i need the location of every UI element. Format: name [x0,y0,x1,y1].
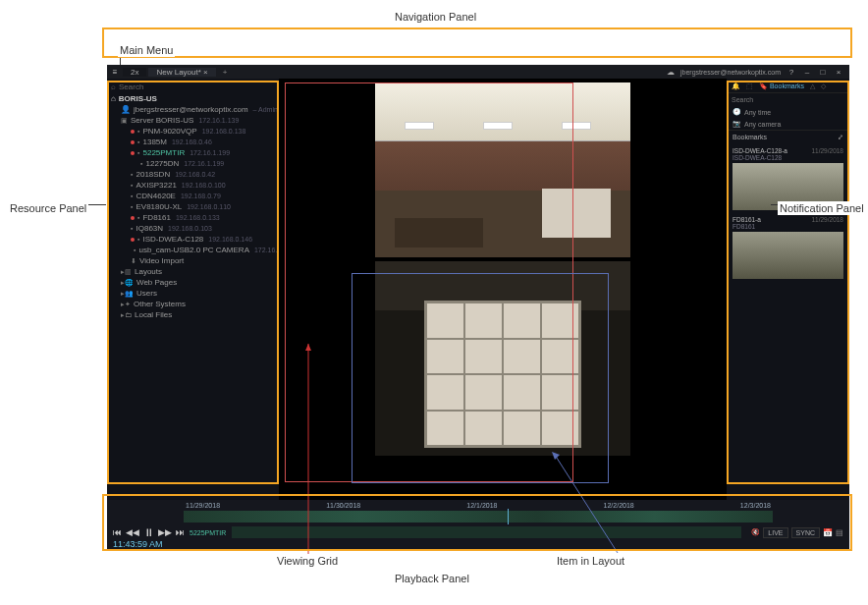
notif-tab-bell[interactable]: 🔔 [732,82,740,90]
notif-tab-events[interactable]: △ [810,82,815,90]
folder-icon: ▸🌐 [121,279,134,287]
svg-line-2 [555,455,618,553]
server-ip: 172.16.1.139 [198,117,239,124]
camera-node[interactable]: ▪FD8161192.168.0.133 [111,212,275,223]
camera-node[interactable]: ▪PNM-9020VQP192.168.0.138 [111,126,275,137]
folder-icon: ▸🗀 [121,311,132,319]
anno-box-nav [102,28,852,58]
folder-webpages[interactable]: ▸🌐Web Pages [111,277,275,288]
tab-strip: 2x New Layout* × + [123,68,667,77]
notif-tab-objects[interactable]: ◇ [821,82,826,90]
folder-users[interactable]: ▸👥Users [111,288,275,299]
folder-local-files[interactable]: ▸🗀Local Files [111,309,275,320]
anno-nav-panel: Navigation Panel [393,10,478,24]
live-button[interactable]: LIVE [763,527,787,538]
folder-layouts[interactable]: ▸▥Layouts [111,266,275,277]
volume-icon[interactable]: 🔇 [751,528,760,536]
playback-controls: ⏮ ◀◀ ⏸ ▶▶ ⏭ [107,526,184,538]
prev-chunk-button[interactable]: ⏮ [113,527,122,537]
camera-node[interactable]: ▪EV8180U-XL192.168.0.110 [111,201,275,212]
notif-tab-motion[interactable]: ⬚ [746,82,753,90]
camera-icon: ▪ [137,236,139,243]
sync-button[interactable]: SYNC [791,527,820,538]
camera-icon: ▪ [131,171,133,178]
folder-icon: ▸✦ [121,301,131,308]
filter-time[interactable]: 🕘Any time [729,106,847,118]
camera-node[interactable]: ▪ISD-DWEA-C128192.168.0.146 [111,234,275,245]
tab-system[interactable]: 2x [123,68,146,77]
bookmark-icon: 🔖 [759,82,768,89]
bookmark-item[interactable]: FD8161-a11/29/2018 FD8161 [729,213,847,282]
viewing-grid[interactable] [279,79,727,500]
folder-other-systems[interactable]: ▸✦Other Systems [111,299,275,309]
camera-node[interactable]: ▪12275DN172.16.1.199 [111,158,275,169]
camera-icon: ▪ [137,138,139,145]
home-icon: ⌂ [111,94,116,103]
camera-icon: ▪ [137,149,139,156]
forward-button[interactable]: ▶▶ [158,527,172,537]
anno-main-menu: Main Menu [118,43,175,57]
system-node[interactable]: ⌂ BORIS-US [111,93,275,104]
server-node[interactable]: ▣ Server BORIS-US 172.16.1.139 [111,115,275,126]
anno-grid: Viewing Grid [275,554,340,568]
camera-node[interactable]: ▪IQ863N192.168.0.103 [111,223,275,234]
clock-icon: 🕘 [732,108,741,116]
camera-icon: ▪ [131,203,133,210]
notif-search[interactable]: Search [729,93,847,106]
search-icon: ⌕ [111,82,116,91]
tab-add-button[interactable]: + [218,68,233,77]
thumbnails-icon[interactable]: ▤ [836,528,843,537]
camera-node[interactable]: ▪AXISP3221192.168.0.100 [111,180,275,191]
user-icon: 👤 [121,105,131,114]
bookmark-section: Bookmarks ⤢ [729,130,847,144]
camera-node[interactable]: ▪2018SDN192.168.0.42 [111,169,275,180]
app-window: ≡ 2x New Layout* × + ☁ jbergstresser@net… [107,65,849,551]
timeline-camera-label: 5225PMTIR [184,529,232,536]
calendar-icon[interactable]: 📅 [823,528,833,537]
camera-icon: ▪ [131,192,133,199]
close-button[interactable]: × [834,68,843,77]
camera-node[interactable]: ▪5225PMTIR172.16.1.199 [111,147,275,158]
help-button[interactable]: ? [787,68,796,77]
filter-camera[interactable]: 📷Any camera [729,118,847,130]
timeline[interactable] [184,511,773,522]
camera-node[interactable]: ▪1385M192.168.0.46 [111,137,275,147]
camera-node[interactable]: ▪usb_cam-USB2.0 PC CAMERA172.16.1.139 [111,245,275,255]
camera-icon: ▪ [137,128,139,135]
camera-node[interactable]: ▪CDN4620E192.168.0.79 [111,191,275,201]
minimize-button[interactable]: – [802,68,812,77]
folder-icon: ▸▥ [121,268,132,276]
server-icon: ▣ [121,117,128,125]
camera-icon: ▪ [131,225,133,232]
tab-layout-label: New Layout* × [156,68,207,77]
recording-icon [131,216,135,220]
camera-icon: ▪ [134,247,136,253]
anno-notif: Notification Panel [778,201,866,215]
user-node[interactable]: 👤 jbergstresser@networkoptix.com – Admin… [111,104,275,115]
resource-panel: ⌕ Search ⌂ BORIS-US 👤 jbergstresser@netw… [107,79,279,500]
video-import-node[interactable]: ⬇Video Import [111,255,275,266]
main-menu-button[interactable]: ≡ [107,68,123,77]
anno-resource: Resource Panel [8,201,88,215]
anno-item: Item in Layout [555,554,626,568]
expand-icon[interactable]: ⤢ [838,134,843,141]
recording-icon [131,140,135,144]
layout-item-2[interactable] [375,261,630,456]
play-pause-button[interactable]: ⏸ [143,526,154,538]
playhead[interactable] [508,509,509,524]
layout-item-1[interactable] [375,82,630,257]
cloud-icon[interactable]: ☁ [667,68,675,77]
navigation-panel: ≡ 2x New Layout* × + ☁ jbergstresser@net… [107,65,849,79]
tab-layout[interactable]: New Layout* × [148,68,215,77]
user-email[interactable]: jbergstresser@networkoptix.com [680,69,781,76]
camera-icon: ▪ [131,182,133,189]
playback-panel: 11/29/2018 11/30/2018 12/1/2018 12/2/201… [107,500,849,551]
user-label: jbergstresser@networkoptix.com [134,105,248,114]
current-time: 11:43:59 AM [113,539,163,549]
rewind-button[interactable]: ◀◀ [126,527,139,537]
resource-search[interactable]: ⌕ Search [111,81,275,93]
maximize-button[interactable]: □ [818,68,828,77]
notif-tabs: 🔔 ⬚ 🔖 Bookmarks △ ◇ [729,81,847,93]
notification-panel: 🔔 ⬚ 🔖 Bookmarks △ ◇ Search 🕘Any time 📷An… [727,79,849,500]
notif-tab-bookmarks[interactable]: 🔖 Bookmarks [759,82,804,90]
